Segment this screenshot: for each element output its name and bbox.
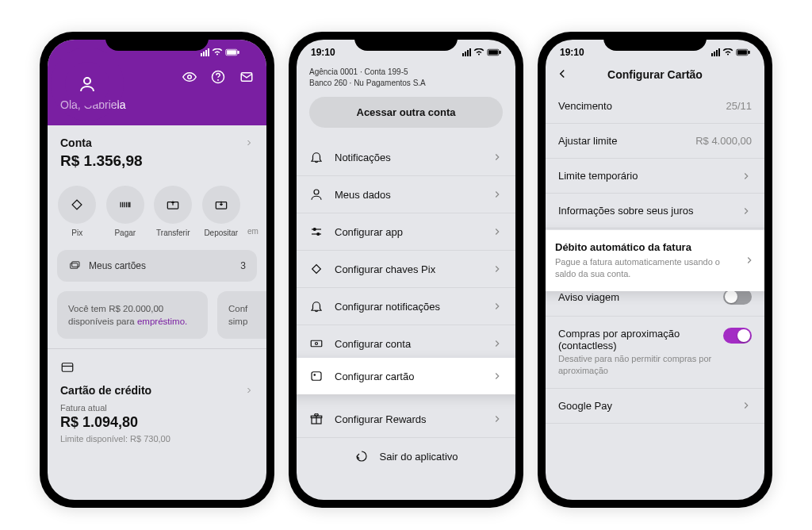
menu-config-rewards[interactable]: Configurar Rewards <box>297 401 515 438</box>
row-limite-temporario[interactable]: Limite temporário <box>546 159 764 194</box>
svg-rect-23 <box>312 265 321 274</box>
svg-point-27 <box>314 374 316 376</box>
chevron-right-icon <box>492 152 503 163</box>
notch <box>105 32 209 51</box>
svg-rect-12 <box>72 262 79 267</box>
account-label: Conta <box>60 136 92 149</box>
action-pix[interactable]: Pix <box>56 186 99 237</box>
signal-icon <box>201 48 209 56</box>
profile-badge[interactable] <box>51 48 124 121</box>
svg-rect-2 <box>227 51 236 55</box>
svg-point-21 <box>313 229 316 231</box>
svg-rect-13 <box>62 363 73 372</box>
menu-config-card[interactable]: Configurar cartão <box>297 358 515 394</box>
svg-rect-3 <box>238 52 239 54</box>
chevron-right-icon <box>492 263 503 275</box>
toggle-aviso-viagem[interactable] <box>723 289 752 305</box>
row-google-pay[interactable]: Google Pay <box>546 389 764 424</box>
menu-config-notifications[interactable]: Configurar notificações <box>297 288 515 325</box>
menu-logout[interactable]: Sair do aplicativo <box>297 438 515 474</box>
cards-icon <box>68 259 81 272</box>
svg-point-6 <box>218 79 219 80</box>
toggle-contactless[interactable] <box>723 328 752 344</box>
wifi-icon <box>722 48 733 56</box>
my-cards-count: 3 <box>240 260 246 271</box>
chevron-right-icon <box>492 413 503 424</box>
barcode-icon <box>117 197 133 213</box>
person-icon <box>78 75 97 94</box>
access-other-account-button[interactable]: Acessar outra conta <box>309 97 503 128</box>
svg-rect-8 <box>72 200 82 209</box>
svg-point-0 <box>84 78 90 84</box>
card-settings-list: Vencimento 25/11 Ajustar limite R$ 4.000… <box>546 89 764 424</box>
pix-icon <box>309 262 324 276</box>
svg-point-18 <box>314 190 319 194</box>
page-header: Configurar Cartão <box>546 65 764 89</box>
account-balance: R$ 1.356,98 <box>48 152 266 178</box>
row-limite[interactable]: Ajustar limite R$ 4.000,00 <box>546 124 764 159</box>
info-loan[interactable]: Você tem R$ 20.000,00 disponíveis para e… <box>57 291 208 339</box>
row-vencimento[interactable]: Vencimento 25/11 <box>546 89 764 124</box>
info-carousel[interactable]: Você tem R$ 20.000,00 disponíveis para e… <box>48 288 266 348</box>
credit-card-section[interactable]: Cartão de crédito Fatura atual R$ 1.094,… <box>48 349 266 444</box>
notch <box>354 32 458 51</box>
bell-icon <box>309 299 324 313</box>
transfer-icon <box>165 197 181 213</box>
info-secondary[interactable]: Conf simp <box>217 291 266 339</box>
account-row[interactable]: Conta <box>48 125 266 152</box>
chevron-right-icon <box>741 205 752 217</box>
chevron-right-icon <box>244 386 254 395</box>
action-transferir[interactable]: Transferir <box>151 186 195 237</box>
svg-point-25 <box>316 343 318 345</box>
quick-actions: Pix Pagar Transferir Depositar em <box>48 178 266 242</box>
svg-rect-26 <box>312 372 321 381</box>
signal-icon <box>711 48 720 56</box>
chevron-right-icon <box>492 226 503 237</box>
phone-card-settings: 19:10 Configurar Cartão Vencimento 25/11… <box>538 32 772 508</box>
menu-my-data[interactable]: Meus dados <box>297 176 515 213</box>
svg-rect-11 <box>71 263 78 269</box>
eye-icon[interactable] <box>182 70 197 84</box>
battery-icon <box>736 48 750 56</box>
row-debito-automatico[interactable]: Débito automático da fatura Pague a fatu… <box>546 230 764 291</box>
menu-config-pix[interactable]: Configurar chaves Pix <box>297 251 515 288</box>
cc-subtitle: Fatura atual <box>60 400 254 413</box>
menu-config-account[interactable]: Configurar conta <box>297 325 515 363</box>
deposit-icon <box>213 197 229 213</box>
money-icon <box>309 336 324 351</box>
my-cards-row[interactable]: Meus cartões 3 <box>57 250 257 282</box>
svg-rect-24 <box>311 340 322 347</box>
phone-home: Olá, Gabriela Conta R$ 1.356,98 Pix Paga… <box>40 32 274 508</box>
row-contactless[interactable]: Compras por aproximação (contactless) De… <box>546 317 764 389</box>
menu-notifications[interactable]: Notificações <box>297 139 515 176</box>
svg-rect-32 <box>737 51 746 55</box>
person-icon <box>309 187 324 202</box>
cc-limit: Limite disponível: R$ 730,00 <box>60 431 254 444</box>
mail-icon[interactable] <box>239 70 254 84</box>
my-cards-label: Meus cartões <box>89 260 146 271</box>
card-icon <box>309 369 324 383</box>
gift-icon <box>309 412 324 426</box>
card-icon <box>60 360 75 374</box>
chevron-left-icon <box>555 67 569 81</box>
menu-config-app[interactable]: Configurar app <box>297 213 515 251</box>
svg-point-4 <box>188 75 192 79</box>
status-time: 19:10 <box>560 47 607 58</box>
phone-settings-menu: 19:10 Agência 0001 · Conta 199-5 Banco 2… <box>289 32 523 508</box>
action-pagar[interactable]: Pagar <box>104 186 147 237</box>
chevron-right-icon <box>744 255 755 266</box>
battery-icon <box>225 48 239 56</box>
notch <box>603 32 707 51</box>
pix-icon <box>69 197 85 213</box>
svg-rect-16 <box>488 51 497 55</box>
logout-icon <box>354 449 369 463</box>
sliders-icon <box>309 225 324 239</box>
signal-icon <box>462 48 471 56</box>
chevron-right-icon <box>492 189 503 200</box>
help-icon[interactable] <box>211 70 225 84</box>
back-button[interactable] <box>555 67 569 83</box>
row-juros[interactable]: Informações sobre seus juros <box>546 194 764 229</box>
chevron-right-icon <box>741 400 752 411</box>
chevron-right-icon <box>492 371 503 382</box>
action-depositar[interactable]: Depositar <box>200 186 243 237</box>
